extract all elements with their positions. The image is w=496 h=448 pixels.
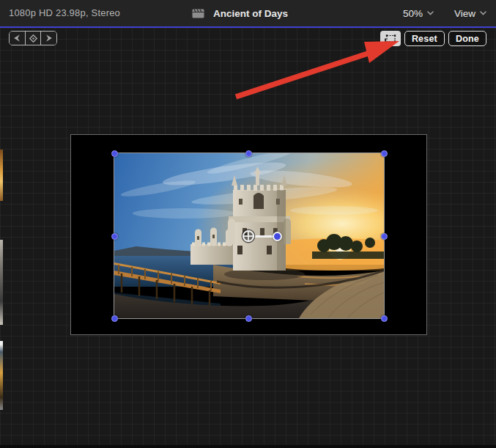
reset-button[interactable]: Reset: [404, 31, 445, 46]
clapperboard-icon: [192, 9, 204, 18]
arrow-left-keyframe-icon: [11, 33, 23, 43]
anchor-point[interactable]: [241, 229, 256, 243]
prev-keyframe-button[interactable]: [10, 32, 25, 45]
zoom-value: 50%: [403, 8, 423, 19]
view-dropdown[interactable]: View: [454, 8, 486, 19]
browser-thumbnail-sliver[interactable]: [0, 150, 3, 201]
transform-handle-mid-right[interactable]: [381, 233, 388, 240]
top-bar-dropdowns: 50% View: [403, 0, 486, 26]
transform-button[interactable]: [380, 31, 401, 46]
transform-handle-bottom-left[interactable]: [111, 315, 118, 322]
transform-handle-mid-left[interactable]: [111, 233, 118, 240]
transform-crop-icon: [384, 34, 397, 44]
transform-handle-top-center[interactable]: [245, 150, 252, 157]
chevron-down-icon: [480, 11, 486, 15]
done-button[interactable]: Done: [448, 31, 486, 46]
arrow-right-keyframe-icon: [43, 33, 55, 43]
rotation-handle[interactable]: [273, 232, 282, 241]
view-label: View: [454, 8, 475, 19]
transform-handle-bottom-right[interactable]: [381, 315, 388, 322]
chevron-down-icon: [427, 11, 434, 15]
bottom-edge: [0, 445, 496, 448]
transform-handle-top-right[interactable]: [381, 150, 388, 157]
format-label: 1080p HD 23.98p, Stereo: [9, 0, 120, 26]
next-keyframe-button[interactable]: [40, 32, 56, 45]
add-keyframe-button[interactable]: [25, 32, 41, 45]
transform-handle-top-left[interactable]: [111, 150, 118, 157]
browser-thumbnail-sliver[interactable]: [0, 240, 3, 325]
browser-thumbnail-sliver[interactable]: [0, 341, 3, 410]
diamond-keyframe-icon: [28, 33, 39, 44]
clip-title: Ancient of Days: [213, 8, 288, 19]
zoom-dropdown[interactable]: 50%: [403, 8, 434, 19]
clip-info: Ancient of Days: [192, 0, 288, 26]
keyframe-nav: [9, 31, 57, 45]
viewer-tool-cluster: Reset Done: [380, 31, 486, 46]
transform-handle-bottom-center[interactable]: [245, 315, 252, 322]
viewer-top-bar: 1080p HD 23.98p, Stereo Ancient of Days …: [0, 0, 496, 26]
